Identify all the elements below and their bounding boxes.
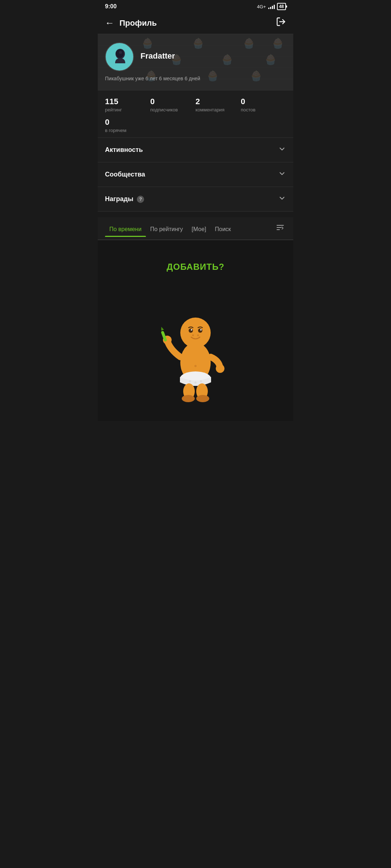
- signal-icon: [268, 4, 275, 9]
- tab-by-time[interactable]: По времени: [105, 220, 146, 237]
- nav-bar-left: ← Профиль: [105, 17, 157, 29]
- add-prompt: ДОБАВИТЬ?: [167, 262, 224, 272]
- profile-info-row: Fradatter: [105, 42, 286, 71]
- tabs-section: По времени По рейтингу [Мое] Поиск: [98, 217, 293, 240]
- svg-point-26: [182, 395, 195, 402]
- tab-by-rating[interactable]: По рейтингу: [146, 220, 188, 237]
- stat-rating: 115 рейтинг: [105, 97, 150, 112]
- svg-point-27: [196, 395, 209, 402]
- awards-help-icon[interactable]: ?: [137, 196, 144, 203]
- stat-subscribers: 0 подписчиков: [150, 97, 196, 112]
- awards-chevron: [278, 194, 286, 204]
- svg-point-23: [200, 380, 202, 382]
- status-icons: 4G+ 48: [257, 3, 286, 10]
- communities-section: Сообщества: [98, 162, 293, 187]
- svg-point-4: [119, 51, 122, 54]
- svg-point-19: [216, 364, 224, 373]
- stat-hot: 0 в горячем: [105, 118, 286, 133]
- sort-icon[interactable]: [274, 217, 286, 239]
- tab-search[interactable]: Поиск: [211, 220, 235, 237]
- communities-title: Сообщества: [105, 171, 145, 178]
- stats-row-1: 115 рейтинг 0 подписчиков 2 комментария …: [105, 97, 286, 112]
- profile-name-block: Fradatter: [140, 51, 175, 62]
- network-label: 4G+: [257, 4, 266, 9]
- svg-point-11: [198, 328, 202, 333]
- profile-subtitle: Пикабушник уже 6 лет 6 месяцев 6 дней: [105, 76, 286, 81]
- awards-title: Награды ?: [105, 195, 144, 203]
- svg-point-14: [192, 335, 194, 336]
- activity-chevron: [278, 145, 286, 155]
- awards-section: Награды ?: [98, 187, 293, 212]
- stat-comments: 2 комментария: [196, 97, 241, 112]
- svg-point-12: [191, 329, 192, 331]
- username: Fradatter: [140, 51, 175, 61]
- svg-point-15: [197, 335, 199, 336]
- svg-point-10: [189, 328, 193, 333]
- activity-section: Активность: [98, 138, 293, 162]
- logout-button[interactable]: [276, 17, 286, 29]
- battery-icon: 48: [277, 3, 286, 10]
- communities-chevron: [278, 170, 286, 179]
- activity-header[interactable]: Активность: [98, 138, 293, 162]
- mascot: [159, 290, 232, 406]
- awards-header[interactable]: Награды ?: [98, 187, 293, 211]
- status-bar: 9:00 4G+ 48: [98, 0, 293, 12]
- page-title: Профиль: [119, 18, 157, 28]
- svg-point-21: [189, 380, 191, 382]
- tab-mine[interactable]: [Мое]: [187, 220, 210, 237]
- stats-section: 115 рейтинг 0 подписчиков 2 комментария …: [98, 90, 293, 137]
- content-area: ДОБАВИТЬ?: [98, 240, 293, 421]
- activity-title: Активность: [105, 146, 143, 154]
- svg-point-28: [194, 365, 197, 367]
- profile-header: 🧁 🧁 🧁 🧁 🧁 🧁 🧁 🧁 🧁 🧁 🧁 Fradatter: [98, 34, 293, 90]
- tabs-row: По времени По рейтингу [Мое] Поиск: [98, 217, 293, 240]
- svg-point-13: [200, 329, 202, 331]
- avatar: [105, 42, 134, 71]
- back-button[interactable]: ←: [105, 17, 114, 29]
- svg-point-22: [194, 382, 197, 384]
- svg-point-9: [180, 318, 211, 348]
- svg-marker-18: [160, 326, 164, 331]
- section-spacer: [98, 212, 293, 217]
- stat-posts: 0 постов: [241, 97, 286, 112]
- nav-bar: ← Профиль: [98, 12, 293, 34]
- communities-header[interactable]: Сообщества: [98, 162, 293, 187]
- status-time: 9:00: [105, 3, 117, 10]
